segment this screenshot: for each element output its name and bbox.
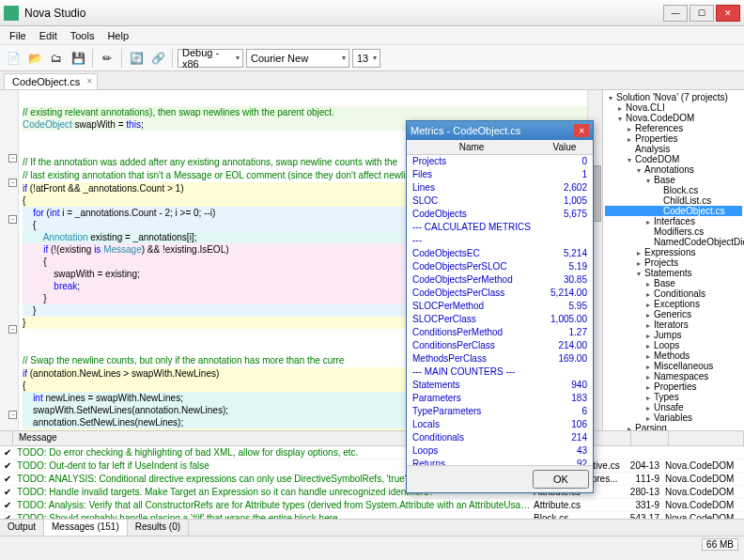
col-line[interactable] xyxy=(631,431,669,445)
tree-item[interactable]: Modifiers.cs xyxy=(605,226,742,237)
tree-item[interactable]: ▾Annotations xyxy=(605,164,742,175)
tree-item[interactable]: ▸Types xyxy=(605,392,742,402)
metric-row: Conditionals214 xyxy=(407,431,593,444)
menu-help[interactable]: Help xyxy=(101,28,134,43)
metrics-col-value: Value xyxy=(536,140,593,154)
brush-button[interactable]: ✏ xyxy=(98,49,116,68)
menu-tools[interactable]: Tools xyxy=(65,28,101,43)
tree-item[interactable]: CodeObject.cs xyxy=(605,206,742,216)
document-tab[interactable]: CodeObject.cs ✕ xyxy=(4,73,98,89)
open-folder-button[interactable]: 🗂 xyxy=(47,49,66,68)
tree-item[interactable]: Analysis xyxy=(605,144,742,154)
metric-row: SLOCPerClass1,005.00 xyxy=(407,313,593,326)
tree-item[interactable]: ▸Loops xyxy=(605,340,742,350)
tree-item[interactable]: ▸Parsing xyxy=(605,423,742,430)
memory-indicator: 66 MB xyxy=(702,538,738,551)
metric-row: MethodsPerClass169.00 xyxy=(407,352,593,366)
message-row[interactable]: ✔TODO: Do error checking & highlighting … xyxy=(0,446,744,459)
tree-item[interactable]: ▸Methods xyxy=(605,350,742,361)
metrics-list[interactable]: Projects0Files1Lines2,602SLOC1,005CodeOb… xyxy=(407,155,593,465)
dialog-close-button[interactable]: ✕ xyxy=(574,124,589,137)
font-combo[interactable]: Courier New xyxy=(246,49,349,68)
app-icon xyxy=(4,6,19,21)
tab-output[interactable]: Output xyxy=(0,520,44,536)
fontsize-combo[interactable]: 13 xyxy=(352,49,380,68)
metric-row: ConditionsPerClass214.00 xyxy=(407,339,593,352)
link-button[interactable]: 🔗 xyxy=(148,49,167,68)
metrics-col-name: Name xyxy=(407,140,536,154)
open-button[interactable]: 📂 xyxy=(25,49,44,68)
tree-item[interactable]: ▸Interfaces xyxy=(605,216,742,226)
window-maximize-button[interactable]: ☐ xyxy=(690,5,714,22)
tree-root[interactable]: ▾Solution 'Nova' (7 projects) xyxy=(605,92,742,102)
message-row[interactable]: ✔TODO: Analysis: Verify that all Constru… xyxy=(0,499,744,512)
tree-item[interactable]: ▸References xyxy=(605,123,742,133)
tree-item[interactable]: ▾Base xyxy=(605,175,742,185)
tree-item[interactable]: ▸Nova.CLI xyxy=(605,102,742,113)
metric-row: Parameters183 xyxy=(407,392,593,405)
tree-item[interactable]: ChildList.cs xyxy=(605,195,742,206)
tree-item[interactable]: ▾Nova.CodeDOM xyxy=(605,113,742,123)
new-button[interactable]: 📄 xyxy=(4,49,23,68)
tab-messages[interactable]: Messages (151) xyxy=(44,520,128,536)
metric-row: Lines2,602 xyxy=(407,181,593,194)
metric-row: CodeObjectsPerMethod30.85 xyxy=(407,273,593,287)
metric-row: Returns92 xyxy=(407,458,593,465)
tree-item[interactable]: ▸Base xyxy=(605,278,742,288)
document-tabs: CodeObject.cs ✕ xyxy=(0,71,744,90)
menu-bar: File Edit Tools Help xyxy=(0,26,744,45)
tree-item[interactable]: ▸Projects xyxy=(605,257,742,268)
ok-button[interactable]: OK xyxy=(533,470,589,489)
refresh-button[interactable]: 🔄 xyxy=(127,49,146,68)
tree-item[interactable]: ▸Iterators xyxy=(605,319,742,330)
metric-row: Files1 xyxy=(407,168,593,181)
message-row[interactable]: ✔TODO: Out-dent to far left if UseIndent… xyxy=(0,459,744,473)
tree-item[interactable]: ▸Generics xyxy=(605,309,742,319)
close-tab-icon[interactable]: ✕ xyxy=(86,77,93,86)
metrics-dialog: Metrics - CodeObject.cs ✕ Name Value Pro… xyxy=(406,120,594,493)
message-row[interactable]: ✔TODO: Handle invalid targets. Make Targ… xyxy=(0,486,744,499)
message-row[interactable]: ✔TODO: ANALYSIS: Conditional directive e… xyxy=(0,473,744,486)
col-project[interactable] xyxy=(669,431,744,445)
tree-item[interactable]: ▸Properties xyxy=(605,133,742,144)
tree-item[interactable]: ▸Unsafe xyxy=(605,402,742,412)
tree-item[interactable]: ▸Expressions xyxy=(605,247,742,257)
config-combo[interactable]: Debug - x86 xyxy=(178,49,243,68)
metric-row: CodeObjectsPerSLOC5.19 xyxy=(407,260,593,273)
metric-row: TypeParameters6 xyxy=(407,405,593,418)
tree-item[interactable]: ▾CodeDOM xyxy=(605,154,742,164)
metric-row: Projects0 xyxy=(407,155,593,168)
tree-item[interactable]: ▸Namespaces xyxy=(605,371,742,381)
dialog-titlebar[interactable]: Metrics - CodeObject.cs ✕ xyxy=(407,121,593,140)
messages-header: Message xyxy=(0,431,744,446)
tree-item[interactable]: ▸Properties xyxy=(605,381,742,392)
metric-row: --- CALCULATED METRICS --- xyxy=(407,221,593,247)
window-titlebar: Nova Studio — ☐ ✕ xyxy=(0,0,744,26)
solution-explorer[interactable]: ▾Solution 'Nova' (7 projects) ▸Nova.CLI▾… xyxy=(603,90,744,430)
window-title: Nova Studio xyxy=(24,7,663,20)
window-close-button[interactable]: ✕ xyxy=(716,5,740,22)
metric-row: --- MAIN COUNTERS --- xyxy=(407,366,593,379)
tree-item[interactable]: Block.cs xyxy=(605,185,742,195)
metric-row: CodeObjects5,675 xyxy=(407,208,593,221)
messages-list[interactable]: ✔TODO: Do error checking & highlighting … xyxy=(0,446,744,519)
save-button[interactable]: 💾 xyxy=(69,49,87,68)
tree-item[interactable]: NamedCodeObjectDictionary.cs xyxy=(605,237,742,247)
tree-item[interactable]: ▸Jumps xyxy=(605,330,742,340)
toolbar: 📄 📂 🗂 💾 ✏ 🔄 🔗 Debug - x86 Courier New 13 xyxy=(0,45,744,71)
message-row[interactable]: ✔TODO: Should probably handle placing a … xyxy=(0,512,744,519)
window-minimize-button[interactable]: — xyxy=(663,5,688,22)
menu-edit[interactable]: Edit xyxy=(34,28,63,43)
messages-tabs: Output Messages (151) Results (0) xyxy=(0,519,744,536)
tree-item[interactable]: ▸Variables xyxy=(605,412,742,423)
separator xyxy=(92,49,93,68)
tab-results[interactable]: Results (0) xyxy=(128,520,189,536)
tree-item[interactable]: ▸Exceptions xyxy=(605,299,742,309)
tree-item[interactable]: ▾Statements xyxy=(605,268,742,278)
separator xyxy=(121,49,122,68)
tree-item[interactable]: ▸Conditionals xyxy=(605,288,742,299)
menu-file[interactable]: File xyxy=(4,28,32,43)
tree-item[interactable]: ▸Miscellaneous xyxy=(605,361,742,371)
status-bar: 66 MB xyxy=(0,536,744,552)
messages-panel: Message ✔TODO: Do error checking & highl… xyxy=(0,430,744,536)
